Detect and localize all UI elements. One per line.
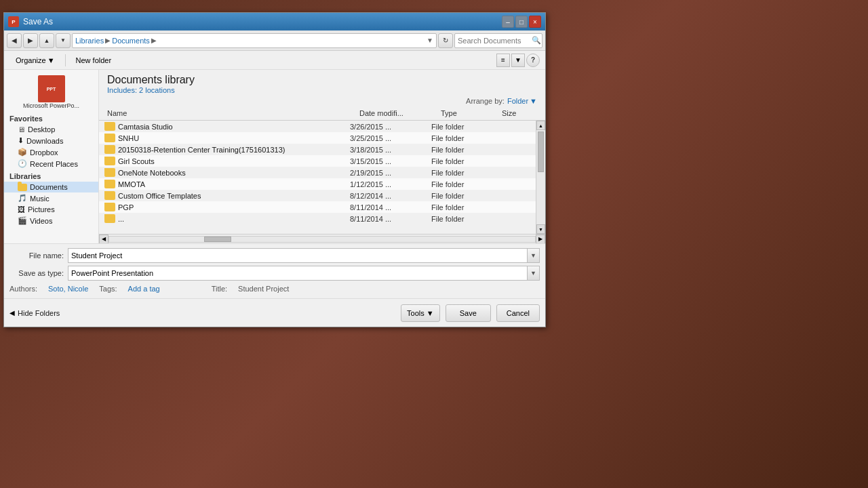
scroll-down-arrow[interactable]: ▼ (536, 224, 545, 234)
library-subtitle[interactable]: Includes: 2 locations (107, 86, 537, 94)
file-type: File folder (429, 203, 490, 211)
window-controls: – □ × (502, 16, 541, 28)
save-type-input[interactable] (68, 266, 528, 281)
folder-icon (104, 191, 115, 200)
file-date: 3/15/2015 ... (347, 157, 429, 165)
file-name: PGP (118, 203, 134, 211)
cancel-button[interactable]: Cancel (496, 304, 540, 322)
file-date: 3/26/2015 ... (347, 123, 429, 131)
sidebar-item-videos[interactable]: 🎬 Videos (4, 215, 98, 226)
metadata-row: Authors: Soto, Nicole Tags: Add a tag Ti… (9, 283, 540, 294)
downloads-icon: ⬇ (18, 136, 24, 145)
title-bar: P Save As – □ × (4, 13, 545, 30)
authors-label: Authors: (9, 285, 37, 293)
table-row[interactable]: PGP8/11/2014 ...File folder (99, 201, 536, 213)
save-type-label: Save as type: (9, 269, 64, 277)
title-value: Student Project (238, 285, 289, 293)
h-scroll-thumb[interactable] (204, 237, 231, 242)
col-header-size[interactable]: Size (499, 108, 540, 119)
table-row[interactable]: 20150318-Retention Center Training(17516… (99, 144, 536, 155)
minimize-button[interactable]: – (502, 16, 514, 28)
scroll-track[interactable] (536, 130, 545, 224)
authors-value[interactable]: Soto, Nicole (48, 285, 88, 293)
search-icon[interactable]: 🔍 (532, 36, 541, 45)
file-name: 20150318-Retention Center Training(17516… (118, 146, 285, 154)
table-row[interactable]: MMOTA1/12/2015 ...File folder (99, 178, 536, 190)
organize-button[interactable]: Organize ▼ (9, 53, 61, 68)
col-header-type[interactable]: Type (438, 108, 499, 119)
up-button[interactable]: ▲ (39, 33, 54, 48)
ppt-label: Microsoft PowerPo... (23, 102, 79, 109)
folder-icon (104, 157, 115, 165)
main-content: PPT Microsoft PowerPo... Favorites 🖥 Des… (4, 70, 545, 243)
scroll-up-arrow[interactable]: ▲ (536, 121, 545, 130)
new-folder-button[interactable]: New folder (70, 53, 118, 68)
view-dropdown-button[interactable]: ▼ (511, 54, 525, 67)
sidebar-item-dropbox[interactable]: 📦 Dropbox (4, 146, 98, 158)
table-row[interactable]: Camtasia Studio3/26/2015 ...File folder (99, 121, 536, 132)
file-type: File folder (429, 123, 490, 131)
file-name: Custom Office Templates (118, 192, 201, 200)
scroll-left-arrow[interactable]: ◀ (99, 235, 108, 244)
sidebar-item-pictures[interactable]: 🖼 Pictures (4, 204, 98, 215)
recent-locations-button[interactable]: ▼ (56, 33, 71, 48)
breadcrumb-separator-2: ▶ (151, 37, 157, 44)
vertical-scrollbar[interactable]: ▲ ▼ (536, 121, 545, 234)
save-button[interactable]: Save (446, 304, 491, 322)
sidebar-item-downloads[interactable]: ⬇ Downloads (4, 135, 98, 146)
desktop-icon: 🖥 (18, 125, 25, 134)
table-row[interactable]: Girl Scouts3/15/2015 ...File folder (99, 155, 536, 167)
scroll-right-arrow[interactable]: ▶ (536, 235, 545, 244)
maximize-button[interactable]: □ (515, 16, 528, 28)
breadcrumb-dropdown-arrow[interactable]: ▼ (427, 37, 433, 44)
h-scroll-track[interactable] (108, 236, 536, 243)
col-header-name[interactable]: Name (104, 108, 357, 119)
arrange-by-button[interactable]: Folder ▼ (507, 97, 537, 105)
table-row[interactable]: OneNote Notebooks2/19/2015 ...File folde… (99, 167, 536, 178)
file-date: 2/19/2015 ... (347, 169, 429, 177)
file-name-dropdown[interactable]: ▼ (528, 248, 540, 263)
organize-dropdown-icon: ▼ (47, 56, 55, 64)
folder-icon (104, 214, 115, 223)
folder-icon (104, 145, 115, 154)
app-icon: P (8, 16, 19, 27)
refresh-button[interactable]: ↻ (438, 33, 453, 48)
forward-button[interactable]: ▶ (23, 33, 38, 48)
file-type: File folder (429, 157, 490, 165)
back-button[interactable]: ◀ (7, 33, 22, 48)
videos-icon: 🎬 (18, 216, 27, 225)
sidebar-item-music[interactable]: 🎵 Music (4, 192, 98, 204)
file-name-label: File name: (9, 251, 64, 260)
search-input[interactable] (454, 33, 542, 48)
file-name-input[interactable] (68, 248, 528, 263)
save-type-dropdown[interactable]: ▼ (528, 266, 540, 281)
hide-folders-area: ◀ Hide Folders (9, 309, 60, 317)
sidebar: PPT Microsoft PowerPo... Favorites 🖥 Des… (4, 70, 99, 243)
sidebar-item-desktop[interactable]: 🖥 Desktop (4, 124, 98, 135)
title-label: Title: (212, 285, 227, 293)
table-row[interactable]: ...8/11/2014 ...File folder (99, 213, 536, 224)
breadcrumb-libraries[interactable]: Libraries (75, 37, 104, 45)
sidebar-item-documents[interactable]: Documents (4, 182, 98, 192)
library-header: Documents library Includes: 2 locations (99, 70, 545, 96)
folder-icon (104, 168, 115, 177)
breadcrumb[interactable]: Libraries ▶ Documents ▶ ▼ (72, 33, 437, 48)
ppt-thumbnail: PPT (38, 75, 65, 102)
table-row[interactable]: Custom Office Templates8/12/2014 ...File… (99, 190, 536, 201)
tools-button[interactable]: Tools ▼ (401, 304, 440, 322)
breadcrumb-documents[interactable]: Documents (112, 37, 150, 45)
file-list-area: Documents library Includes: 2 locations … (99, 70, 545, 243)
save-type-row: Save as type: ▼ (9, 266, 540, 281)
tags-value[interactable]: Add a tag (128, 285, 160, 293)
view-toggle-button[interactable]: ≡ (496, 54, 510, 67)
horizontal-scrollbar[interactable]: ◀ ▶ (99, 234, 545, 243)
sidebar-item-recent-places[interactable]: 🕐 Recent Places (4, 158, 98, 169)
sidebar-libraries-label[interactable]: Libraries (4, 169, 98, 182)
close-button[interactable]: × (529, 16, 541, 28)
sidebar-favorites-label[interactable]: Favorites (4, 112, 98, 124)
scroll-thumb[interactable] (538, 131, 544, 172)
hide-folders-button[interactable]: Hide Folders (18, 309, 60, 317)
help-button[interactable]: ? (526, 54, 540, 67)
table-row[interactable]: SNHU3/25/2015 ...File folder (99, 132, 536, 144)
col-header-date[interactable]: Date modifi... (357, 108, 438, 119)
